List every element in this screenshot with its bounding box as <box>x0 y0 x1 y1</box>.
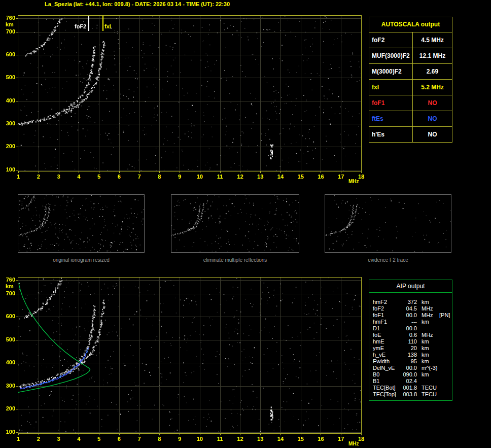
x-axis-tick-label: 13 <box>256 174 265 180</box>
x-axis-tick-label: 6 <box>115 174 124 180</box>
x-axis-tickmark <box>341 434 341 435</box>
y-axis-tickmark <box>16 317 18 317</box>
x-axis-tick-label: 11 <box>216 174 225 180</box>
y-axis-tick-label: 100 <box>2 166 15 173</box>
aip-row: foF204.5MHz <box>369 305 452 312</box>
aip-row-value: 090.0 <box>399 371 417 378</box>
x-axis-tick-label: 6 <box>115 436 124 442</box>
autoscala-row-label: fxI <box>369 80 413 95</box>
aip-row-unit: km <box>417 352 437 358</box>
aip-row-unit: TECU <box>417 391 437 398</box>
autoscala-app-window: La_Spezia (lat: +44.1, lon: 009.8) - DAT… <box>0 0 491 448</box>
aip-panel-header: AIP output <box>369 280 452 293</box>
aip-row-unit: TECU <box>417 385 437 391</box>
x-axis-tick-label: 17 <box>336 174 345 180</box>
aip-row: Ewidth95km <box>369 358 452 365</box>
aip-row-name: ymE <box>369 345 399 352</box>
x-axis-tickmark <box>240 171 240 173</box>
aip-row-unit: MHz <box>417 312 437 319</box>
x-axis-tick-label: 1 <box>14 174 23 180</box>
x-axis-tick-label: 9 <box>175 174 184 180</box>
x-axis-tick-label: 14 <box>276 436 285 442</box>
x-axis-tickmark <box>180 171 180 173</box>
x-axis-tickmark <box>260 434 261 435</box>
x-axis-tickmark <box>159 434 160 435</box>
x-axis-tickmark <box>39 171 39 173</box>
autoscala-row-label: ftEs <box>369 111 413 126</box>
y-axis-tickmark <box>16 55 18 55</box>
y-axis-tickmark <box>16 147 18 147</box>
aip-row-extra <box>437 305 439 312</box>
aip-row: B102.4 <box>369 378 452 385</box>
x-axis-tickmark <box>280 171 281 173</box>
y-axis-tick-label: 700 <box>2 290 15 297</box>
y-axis-tickmark <box>16 340 18 340</box>
x-axis-tickmark <box>341 171 341 173</box>
aip-row: TEC[Top]003.8TECU <box>369 391 452 398</box>
aip-row-unit: MHz <box>417 332 437 338</box>
aip-row-extra <box>437 391 439 398</box>
thumbnail-original-canvas <box>18 195 144 252</box>
aip-row-extra <box>437 332 439 338</box>
aip-row: foF100.0MHz[PN] <box>369 312 452 319</box>
x-axis-tick-label: 4 <box>74 436 83 442</box>
aip-row-value: 372 <box>399 299 417 305</box>
aip-row-name: hmF2 <box>369 299 399 305</box>
aip-row-extra <box>437 378 439 385</box>
aip-row-extra <box>437 352 439 358</box>
x-axis-tickmark <box>79 171 79 173</box>
y-axis-tickmark <box>16 124 18 124</box>
x-axis-tick-label: 1 <box>14 436 23 442</box>
x-axis-tick-label: 7 <box>135 174 144 180</box>
x-axis-tick-label: 12 <box>235 174 244 180</box>
aip-row-value: 00.0 <box>399 325 417 332</box>
x-axis-tickmark <box>240 434 240 435</box>
x-axis-tick-label: 8 <box>155 174 164 180</box>
thumbnail-no-multiples <box>171 194 299 253</box>
autoscala-row: M(3000)F22.69 <box>369 64 452 80</box>
aip-row-value: 00.0 <box>399 365 417 371</box>
bottom-ionogram-plot <box>18 277 362 434</box>
foF2-marker-label: foF2 <box>75 23 86 29</box>
y-axis-tick-label: 400 <box>2 97 15 104</box>
aip-row-unit <box>417 378 437 385</box>
autoscala-row: foF24.5 MHz <box>369 32 452 48</box>
aip-row-value: 0.6 <box>399 332 417 338</box>
y-axis-tickmark <box>16 409 18 409</box>
y-axis-tickmark <box>16 432 18 433</box>
y-axis-tick-label: 300 <box>2 383 15 389</box>
aip-row-extra <box>437 319 439 325</box>
x-axis-tickmark <box>361 434 362 435</box>
aip-row: B0090.0km <box>369 371 452 378</box>
x-axis-tickmark <box>119 171 120 173</box>
aip-row-unit: km <box>417 371 437 378</box>
x-axis-tick-label: 3 <box>54 174 63 180</box>
x-axis-tickmark <box>39 434 39 435</box>
aip-row-name: foF2 <box>369 305 399 312</box>
x-axis-tickmark <box>220 434 221 435</box>
x-axis-tickmark <box>220 171 221 173</box>
aip-row-name: Ewidth <box>369 358 399 365</box>
y-axis-tick-label: 600 <box>2 313 15 320</box>
autoscala-row-label: MUF(3000)F2 <box>369 48 413 63</box>
aip-row-value: 20 <box>399 345 417 352</box>
y-axis-tickmark <box>16 18 18 19</box>
aip-row-value: 003.8 <box>399 391 417 398</box>
aip-output-panel: AIP output hmF2372kmfoF204.5MHzfoF100.0M… <box>369 280 452 401</box>
aip-row-name: B1 <box>369 378 399 385</box>
aip-row-extra <box>437 338 439 345</box>
x-axis-tickmark <box>99 171 99 173</box>
autoscala-row-value: NO <box>413 127 452 142</box>
aip-rows: hmF2372kmfoF204.5MHzfoF100.0MHz[PN]hmF1-… <box>369 293 452 398</box>
x-axis-tickmark <box>280 434 281 435</box>
y-axis-tickmark <box>16 32 18 32</box>
aip-row-unit: m^(-3) <box>417 365 437 371</box>
x-axis-tickmark <box>18 171 19 173</box>
autoscala-row-value: 2.69 <box>413 64 452 79</box>
bottom-ionogram-canvas <box>18 278 361 433</box>
x-axis-tick-label: 13 <box>256 436 265 442</box>
aip-row-name: D1 <box>369 325 399 332</box>
x-axis-tickmark <box>200 434 200 435</box>
aip-row-extra <box>437 371 439 378</box>
x-axis-tickmark <box>79 434 79 435</box>
